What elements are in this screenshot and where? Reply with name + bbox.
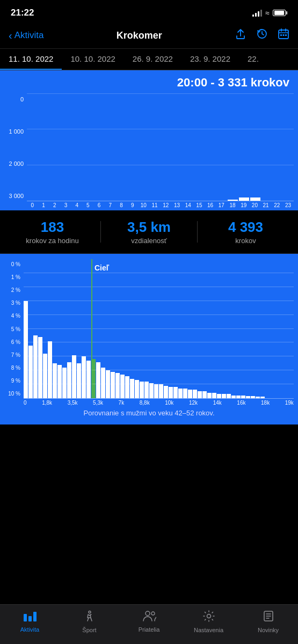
back-button[interactable]: ‹ Aktivita xyxy=(9,30,43,42)
x-label-8: 8 xyxy=(116,202,127,208)
main-bar-chart: 3 000 2 000 1 000 0 xyxy=(0,94,298,201)
dist-chart-area: 10 % 9 % 8 % 7 % 6 % 5 % 4 % 3 % 2 % 1 %… xyxy=(0,254,298,425)
back-label: Aktivita xyxy=(14,30,44,41)
tab-bar: Aktivita Šport Priatelia N xyxy=(0,604,298,644)
nav-bar: ‹ Aktivita Krokomer xyxy=(0,24,298,49)
news-icon xyxy=(263,610,274,625)
dist-bar-41 xyxy=(222,394,226,398)
dist-x-labels: 0 1,8k 3,5k 5,3k 7k 8,8k 10k 12k 14k 16k… xyxy=(0,399,298,407)
date-tab-4[interactable]: 22. xyxy=(239,49,267,70)
svg-point-11 xyxy=(207,614,210,618)
dist-bar-27 xyxy=(154,384,158,398)
dist-grid-4 xyxy=(24,342,294,342)
tab-sport[interactable]: Šport xyxy=(60,610,119,633)
stat-label-2: krokov xyxy=(198,237,294,245)
dist-y-9: 9 % xyxy=(1,378,23,384)
x-label-10: 10 xyxy=(138,202,149,208)
dist-bar-45 xyxy=(241,396,245,398)
dist-grid-7 xyxy=(24,301,294,301)
dist-bar-chart: 10 % 9 % 8 % 7 % 6 % 5 % 4 % 3 % 2 % 1 %… xyxy=(0,259,298,399)
date-tab-2[interactable]: 26. 9. 2022 xyxy=(124,49,181,70)
tab-label-nastavenia: Nastavenia xyxy=(194,627,223,633)
dist-x-3: 5,3k xyxy=(93,400,103,406)
svg-point-10 xyxy=(151,612,155,615)
dist-bar-9 xyxy=(67,362,71,398)
stat-label-0: krokov za hodinu xyxy=(4,237,100,245)
x-label-16: 16 xyxy=(205,202,216,208)
dist-bar-15 xyxy=(96,362,100,398)
dist-bar-8 xyxy=(62,368,67,398)
dist-grid-3 xyxy=(24,356,294,356)
nav-title: Krokomer xyxy=(117,30,162,41)
y-axis-labels: 3 000 2 000 1 000 0 xyxy=(0,94,27,201)
dist-y-7: 7 % xyxy=(1,352,23,358)
main-bar-20 xyxy=(250,197,260,201)
dist-bar-46 xyxy=(246,396,250,398)
dist-bar-4 xyxy=(43,354,47,398)
x-label-20: 20 xyxy=(249,202,260,208)
history-icon[interactable] xyxy=(256,28,268,43)
dist-bar-12 xyxy=(82,356,86,398)
dist-bar-47 xyxy=(251,396,255,398)
date-tab-0[interactable]: 11. 10. 2022 xyxy=(0,49,62,70)
tab-novinky[interactable]: Novinky xyxy=(238,610,298,633)
dist-x-4: 7k xyxy=(119,400,125,406)
tab-priatelia[interactable]: Priatelia xyxy=(119,611,179,633)
dist-bar-16 xyxy=(101,368,105,398)
x-label-23: 23 xyxy=(282,202,294,208)
people-icon xyxy=(142,611,156,625)
signal-icon xyxy=(252,9,262,17)
dist-bar-11 xyxy=(77,363,81,398)
dist-bar-19 xyxy=(115,373,120,398)
svg-point-8 xyxy=(89,611,91,613)
stat-value-2: 4 393 xyxy=(198,219,294,236)
stat-distance: 3,5 km vzdialenosť xyxy=(101,219,197,245)
dist-bar-37 xyxy=(202,391,207,398)
dist-bar-35 xyxy=(193,390,197,398)
main-chart-area: 20:00 - 3 331 krokov 3 000 2 000 1 000 0… xyxy=(0,70,298,210)
dist-bar-39 xyxy=(212,393,216,398)
dist-bar-2 xyxy=(33,335,38,398)
dist-x-9: 16k xyxy=(237,400,245,406)
x-label-0: 0 xyxy=(27,202,38,208)
x-label-18: 18 xyxy=(227,202,238,208)
chart-bars-icon xyxy=(24,611,37,625)
dist-bar-13 xyxy=(86,361,91,398)
tab-label-sport: Šport xyxy=(82,627,96,633)
dist-y-2: 2 % xyxy=(1,287,23,293)
dist-bar-31 xyxy=(173,387,178,398)
stat-steps-per-hour: 183 krokov za hodinu xyxy=(4,219,100,245)
dist-bar-23 xyxy=(135,380,139,398)
tab-nastavenia[interactable]: Nastavenia xyxy=(179,610,238,633)
battery-icon xyxy=(273,10,287,16)
share-icon[interactable] xyxy=(235,28,246,43)
dist-bar-44 xyxy=(236,396,241,398)
y-label-0: 0 xyxy=(3,96,24,103)
x-label-22: 22 xyxy=(271,202,282,208)
date-tab-3[interactable]: 23. 9. 2022 xyxy=(181,49,239,70)
dist-bar-49 xyxy=(260,397,265,398)
svg-rect-2 xyxy=(280,34,282,36)
y-label-1000: 1 000 xyxy=(3,128,24,135)
tab-label-aktivita: Aktivita xyxy=(20,626,39,633)
gear-icon xyxy=(203,610,215,625)
tab-aktivita[interactable]: Aktivita xyxy=(0,611,60,633)
dist-subtitle: Porovnanie s mužmi vo veku 42–52 rokov. xyxy=(0,407,298,422)
wifi-icon: ≈ xyxy=(265,9,270,17)
dist-y-1: 1 % xyxy=(1,274,23,280)
dist-bar-10 xyxy=(72,355,76,398)
dist-bar-34 xyxy=(188,390,192,398)
dist-y-0: 0 % xyxy=(1,261,23,267)
svg-rect-4 xyxy=(285,34,287,36)
walk-icon xyxy=(84,610,96,625)
date-tab-1[interactable]: 10. 10. 2022 xyxy=(62,49,123,70)
dist-bar-36 xyxy=(198,391,202,398)
main-bar-19 xyxy=(239,197,249,201)
chevron-left-icon: ‹ xyxy=(9,30,12,42)
x-label-12: 12 xyxy=(160,202,171,208)
chart-title: 20:00 - 3 331 krokov xyxy=(177,76,289,89)
x-label-2: 2 xyxy=(49,202,60,208)
dist-bar-30 xyxy=(169,387,173,398)
calendar-icon[interactable] xyxy=(278,28,289,43)
x-label-4: 4 xyxy=(71,202,83,208)
